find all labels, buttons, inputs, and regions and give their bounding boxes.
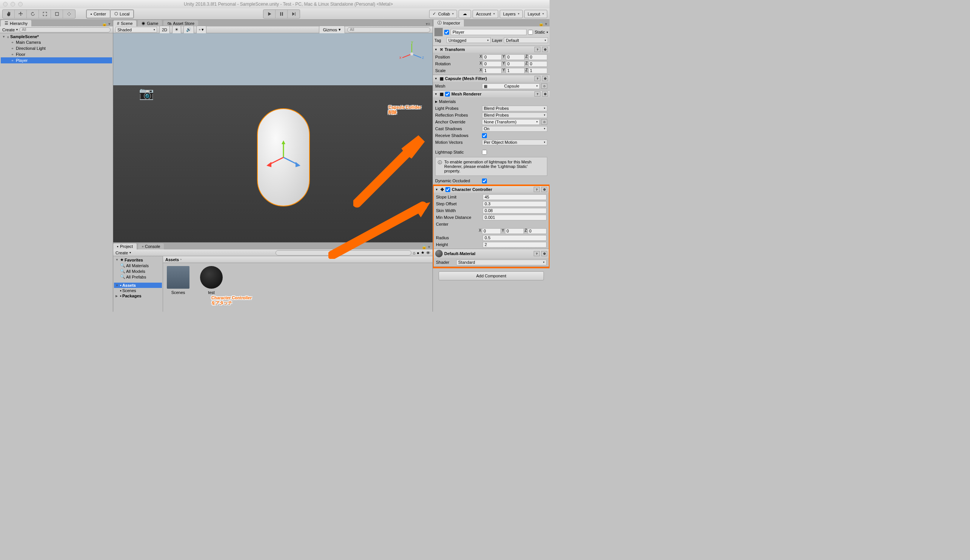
object-picker-icon[interactable]: ⊙ bbox=[541, 83, 547, 89]
lighting-toggle[interactable]: ☀ bbox=[172, 26, 181, 34]
gear-icon[interactable]: ⚙ bbox=[542, 76, 548, 81]
pos-y[interactable] bbox=[506, 54, 525, 60]
height-input[interactable] bbox=[483, 242, 547, 248]
capsule-object[interactable] bbox=[257, 108, 310, 207]
layer-dropdown[interactable]: Default bbox=[504, 37, 548, 43]
hierarchy-search[interactable] bbox=[19, 27, 111, 32]
packages-folder[interactable]: ▶▪ Packages bbox=[114, 293, 162, 298]
min-move-input[interactable] bbox=[483, 215, 547, 220]
cc-center-y[interactable] bbox=[505, 228, 524, 234]
lightmap-static-checkbox[interactable] bbox=[482, 150, 487, 155]
renderer-enabled[interactable] bbox=[445, 92, 450, 97]
asset-item[interactable]: Scenes bbox=[166, 266, 190, 295]
pause-button[interactable] bbox=[275, 10, 288, 18]
collab-dropdown[interactable]: ✓ Collab bbox=[429, 10, 457, 18]
play-button[interactable] bbox=[263, 10, 275, 18]
hierarchy-item[interactable]: ▫Floor bbox=[1, 51, 112, 57]
gear-icon[interactable]: ⚙ bbox=[541, 251, 547, 256]
reflection-probes-dropdown[interactable]: Blend Probes bbox=[482, 112, 547, 118]
mesh-renderer-header[interactable]: ▼▦ Mesh Renderer ?⚙ bbox=[433, 90, 550, 97]
hierarchy-item-selected[interactable]: ▫Player bbox=[1, 57, 112, 63]
character-controller-header[interactable]: ▼✤ Character Controller ?⚙ bbox=[434, 186, 549, 193]
static-checkbox[interactable] bbox=[528, 30, 533, 35]
fx-toggle[interactable]: ▫ ▾ bbox=[196, 26, 207, 34]
gear-icon[interactable]: ⚙ bbox=[541, 187, 547, 192]
motion-vectors-dropdown[interactable]: Per Object Motion bbox=[482, 140, 547, 145]
light-probes-dropdown[interactable]: Blend Probes bbox=[482, 106, 547, 111]
gear-icon[interactable]: ⚙ bbox=[542, 47, 548, 52]
orientation-gizmo[interactable]: y z x bbox=[398, 41, 425, 67]
favorite-item[interactable]: 🔍 All Prefabs bbox=[114, 274, 162, 280]
console-tab[interactable]: ▫ Console bbox=[138, 243, 164, 250]
hierarchy-item[interactable]: ▫Main Camera bbox=[1, 39, 112, 45]
gear-icon[interactable]: ⚙ bbox=[542, 91, 548, 97]
folder-item[interactable]: ▪ Scenes bbox=[114, 288, 162, 293]
transform-header[interactable]: ▼⤧ Transform ? ⚙ bbox=[433, 46, 550, 53]
hierarchy-tab[interactable]: ☰ Hierarchy bbox=[1, 20, 31, 27]
help-icon[interactable]: ? bbox=[534, 187, 540, 192]
pivot-local[interactable]: ⬡ Local bbox=[110, 10, 133, 18]
help-icon[interactable]: ? bbox=[535, 76, 540, 81]
window-controls[interactable] bbox=[3, 2, 23, 7]
account-dropdown[interactable]: Account bbox=[473, 10, 498, 18]
mesh-field[interactable]: ▦ Capsule bbox=[482, 83, 540, 89]
project-tab[interactable]: ▪ Project bbox=[113, 243, 137, 250]
inspector-tab[interactable]: ⓘ Inspector bbox=[434, 20, 464, 27]
game-tab[interactable]: ◉ Game bbox=[138, 20, 162, 27]
cc-center-x[interactable] bbox=[482, 228, 501, 234]
lock-icon[interactable]: 🔒 ▾ bbox=[100, 22, 113, 27]
scl-z[interactable] bbox=[528, 68, 547, 73]
move-gizmo-icon[interactable] bbox=[265, 138, 302, 176]
pivot-center[interactable]: ▪ Center bbox=[87, 10, 110, 18]
panel-menu-icon[interactable]: ▾≡ bbox=[423, 22, 433, 27]
gizmos-dropdown[interactable]: Gizmos ▾ bbox=[319, 26, 345, 34]
help-icon[interactable]: ? bbox=[535, 47, 540, 52]
scene-tab[interactable]: # Scene bbox=[113, 20, 136, 27]
scl-x[interactable] bbox=[483, 68, 502, 73]
scale-tool[interactable] bbox=[39, 10, 51, 18]
add-component-button[interactable]: Add Component bbox=[438, 271, 543, 280]
favorite-item[interactable]: 🔍 All Materials bbox=[114, 263, 162, 268]
shader-dropdown[interactable]: Standard bbox=[456, 260, 547, 265]
scl-y[interactable] bbox=[506, 68, 525, 73]
help-icon[interactable]: ? bbox=[534, 251, 540, 256]
dynamic-occluded-checkbox[interactable] bbox=[482, 178, 487, 183]
cast-shadows-dropdown[interactable]: On bbox=[482, 126, 547, 132]
audio-toggle[interactable]: 🔊 bbox=[183, 26, 194, 34]
breadcrumb[interactable]: Assets bbox=[165, 257, 179, 262]
name-input[interactable] bbox=[451, 29, 527, 35]
2d-toggle[interactable]: 2D bbox=[159, 26, 170, 34]
object-picker-icon[interactable]: ⊙ bbox=[541, 119, 547, 125]
mesh-filter-header[interactable]: ▼▦ Capsule (Mesh Filter) ?⚙ bbox=[433, 75, 550, 82]
step-button[interactable] bbox=[288, 10, 300, 18]
material-header[interactable]: Default-Material ?⚙ bbox=[434, 249, 549, 258]
favorites-folder[interactable]: ▼★ Favorites bbox=[114, 257, 162, 263]
assets-folder[interactable]: ▼▪ Assets bbox=[114, 283, 162, 288]
favorite-item[interactable]: 🔍 All Models bbox=[114, 268, 162, 274]
project-create[interactable]: Create bbox=[115, 250, 128, 255]
pos-z[interactable] bbox=[528, 54, 547, 60]
slope-limit-input[interactable] bbox=[483, 194, 547, 200]
create-dropdown[interactable]: Create bbox=[2, 28, 15, 32]
anchor-override-field[interactable]: None (Transform) bbox=[482, 119, 540, 125]
cc-center-z[interactable] bbox=[528, 228, 547, 234]
scene-item[interactable]: ▼⬨ SampleScene* bbox=[1, 34, 112, 39]
layers-dropdown[interactable]: Layers bbox=[500, 10, 523, 18]
scene-search[interactable] bbox=[347, 27, 430, 32]
transform-tool[interactable] bbox=[63, 10, 75, 18]
asset-item[interactable]: test bbox=[199, 266, 223, 295]
rot-x[interactable] bbox=[483, 61, 502, 67]
pos-x[interactable] bbox=[483, 54, 502, 60]
step-offset-input[interactable] bbox=[483, 201, 547, 207]
radius-input[interactable] bbox=[483, 235, 547, 241]
rect-tool[interactable] bbox=[51, 10, 63, 18]
hand-tool[interactable] bbox=[3, 10, 15, 18]
receive-shadows-checkbox[interactable] bbox=[482, 133, 487, 138]
skin-width-input[interactable] bbox=[483, 208, 547, 213]
rot-z[interactable] bbox=[528, 61, 547, 67]
shading-dropdown[interactable]: Shaded bbox=[115, 27, 157, 32]
help-icon[interactable]: ? bbox=[535, 91, 540, 97]
move-tool[interactable] bbox=[15, 10, 27, 18]
cc-enabled-checkbox[interactable] bbox=[445, 187, 450, 192]
hierarchy-item[interactable]: ▫Directional Light bbox=[1, 45, 112, 51]
